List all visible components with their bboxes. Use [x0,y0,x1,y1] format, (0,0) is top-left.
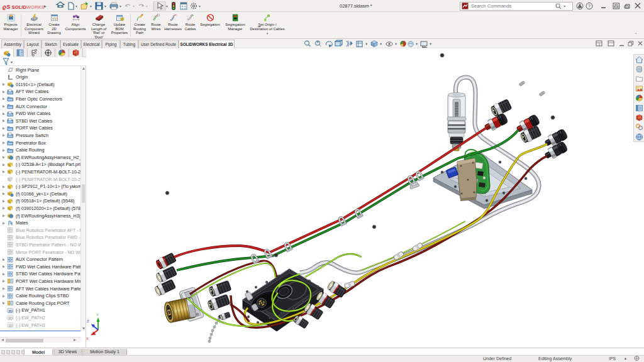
svg-text:Y: Y [96,313,99,317]
svg-text:▾: ▾ [90,4,92,8]
svg-text:▾: ▾ [119,4,121,8]
svg-text:Z: Z [87,319,89,323]
svg-text:▾: ▾ [430,41,432,46]
svg-text:▾: ▾ [133,4,135,8]
svg-text:▾: ▾ [416,41,418,46]
svg-text:▾: ▾ [146,4,148,8]
svg-text:▾: ▾ [199,4,201,8]
svg-text:X: X [86,337,89,341]
svg-text:▾: ▾ [395,41,397,46]
svg-text:▾: ▾ [11,60,13,64]
svg-text:▾: ▾ [75,4,77,8]
svg-text:▾: ▾ [166,4,168,8]
svg-text:▾: ▾ [365,41,368,46]
svg-text:▾: ▾ [380,41,382,46]
svg-text:?: ? [588,3,591,9]
svg-text:▾: ▾ [104,4,106,8]
